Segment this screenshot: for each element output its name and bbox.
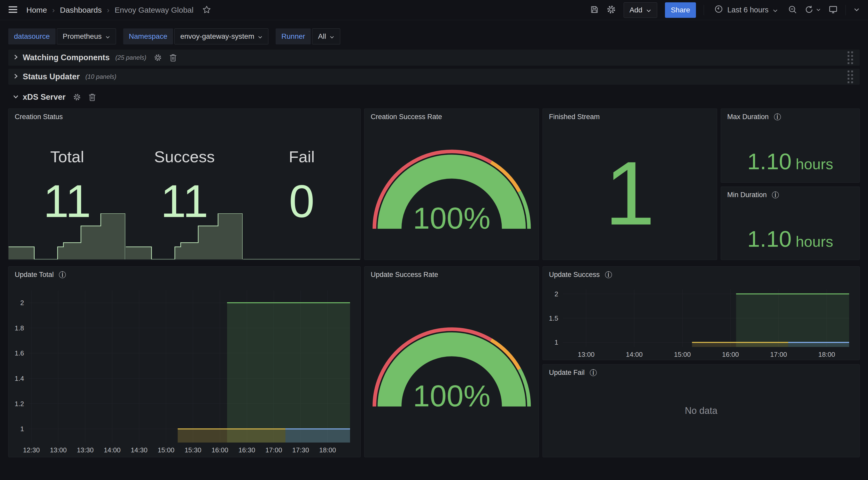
- stat-finished-stream: 1: [543, 109, 717, 260]
- chevron-down-icon: [258, 32, 262, 40]
- runner-select[interactable]: All: [312, 28, 340, 44]
- save-dashboard-button[interactable]: [590, 5, 599, 15]
- info-icon[interactable]: [774, 113, 781, 120]
- panel-header[interactable]: Update Total: [15, 271, 66, 279]
- cycle-view-mode-button[interactable]: [829, 5, 838, 15]
- row-drag-handle[interactable]: [847, 52, 853, 64]
- y-axis-tick-label: 2: [555, 290, 558, 298]
- row-xds-server[interactable]: xDS Server: [8, 90, 860, 104]
- variable-runner: Runner All: [276, 28, 340, 44]
- row-panel-count: (10 panels): [85, 73, 116, 80]
- panel-creation-status[interactable]: Creation Status Total 11 Success 11 Fail…: [8, 109, 361, 260]
- runner-label: Runner: [276, 28, 311, 44]
- zoom-out-time-button[interactable]: [788, 5, 797, 15]
- panel-header[interactable]: Finished Stream: [549, 113, 600, 121]
- stat-total: Total 11: [8, 109, 126, 260]
- y-axis-tick-label: 1: [21, 425, 24, 433]
- namespace-select[interactable]: envoy-gateway-system: [175, 28, 269, 44]
- clock-icon: [714, 5, 723, 15]
- breadcrumb-dashboards[interactable]: Dashboards: [60, 6, 102, 14]
- svg-text:100%: 100%: [413, 202, 490, 231]
- navbar-right: Add Share Last 6 hours: [590, 2, 860, 18]
- datasource-select[interactable]: Prometheus: [57, 28, 116, 44]
- x-axis-tick-label: 13:00: [578, 351, 594, 359]
- menu-toggle-button[interactable]: [8, 6, 18, 14]
- panel-update-fail[interactable]: Update Fail No data: [542, 364, 860, 457]
- x-axis-tick-label: 15:00: [158, 446, 175, 454]
- collapse-toolbar-button[interactable]: [854, 7, 860, 12]
- chevron-right-icon: [13, 73, 19, 80]
- plot-area[interactable]: 11.21.41.61.8212:3013:0013:3014:0014:301…: [29, 290, 350, 443]
- panel-title-text: Max Duration: [727, 113, 769, 121]
- panel-creation-success-rate[interactable]: Creation Success Rate 100%: [364, 109, 539, 260]
- row-settings-button[interactable]: [73, 93, 81, 101]
- panel-max-duration[interactable]: Max Duration 1.10 hours: [721, 109, 860, 183]
- y-axis-tick-label: 1.6: [15, 349, 24, 357]
- x-axis-tick-label: 13:30: [77, 446, 94, 454]
- panel-title-text: Creation Status: [15, 113, 63, 121]
- breadcrumb-current-dashboard[interactable]: Envoy Gateway Global: [115, 6, 193, 14]
- variable-namespace: Namespace envoy-gateway-system: [123, 28, 269, 44]
- panel-title-text: Finished Stream: [549, 113, 600, 121]
- info-icon[interactable]: [772, 191, 779, 199]
- stat-label: Total: [51, 148, 84, 166]
- stat-group: Total 11 Success 11 Fail 0: [8, 109, 361, 260]
- chevron-down-icon: [646, 6, 651, 14]
- timeseries-update-success[interactable]: 11.5213:0014:0015:0016:0017:0018:00: [549, 289, 855, 358]
- x-axis-tick-label: 15:00: [674, 351, 691, 359]
- row-drag-handle[interactable]: [847, 70, 853, 83]
- panel-update-total[interactable]: Update Total 11.21.41.61.8212:3013:0013:…: [8, 266, 361, 457]
- info-icon[interactable]: [590, 369, 597, 376]
- panel-header[interactable]: Update Fail: [549, 369, 597, 377]
- save-icon: [590, 5, 599, 15]
- panel-update-success-rate[interactable]: Update Success Rate 100%: [364, 266, 539, 457]
- info-icon[interactable]: [59, 271, 66, 278]
- panel-finished-stream[interactable]: Finished Stream 1: [542, 109, 717, 260]
- row-settings-button[interactable]: [154, 54, 162, 61]
- panel-header[interactable]: Max Duration: [727, 113, 781, 121]
- panel-min-duration[interactable]: Min Duration 1.10 hours: [721, 186, 860, 260]
- refresh-button[interactable]: [805, 5, 821, 15]
- datasource-label: datasource: [8, 28, 56, 44]
- panel-header[interactable]: Min Duration: [727, 191, 779, 199]
- panel-update-success[interactable]: Update Success 11.5213:0014:0015:0016:00…: [542, 266, 860, 360]
- dashboard-settings-button[interactable]: [607, 5, 616, 15]
- panel-title-text: Update Total: [15, 271, 54, 279]
- navbar-left: Home › Dashboards › Envoy Gateway Global: [8, 5, 211, 15]
- panel-header[interactable]: Creation Success Rate: [371, 113, 442, 121]
- x-axis-tick-label: 16:30: [239, 446, 255, 454]
- time-range-picker[interactable]: Last 6 hours: [712, 2, 780, 18]
- share-button[interactable]: Share: [665, 2, 696, 18]
- stat-fail: Fail 0: [243, 109, 361, 260]
- chevron-down-icon: [105, 32, 110, 40]
- panel-title-text: Update Success: [549, 271, 600, 279]
- favorite-star-button[interactable]: [202, 5, 211, 15]
- row-title: Status Updater: [23, 72, 80, 81]
- share-button-label: Share: [671, 6, 690, 14]
- row-delete-button[interactable]: [169, 54, 177, 61]
- panel-header[interactable]: Creation Status: [15, 113, 63, 121]
- breadcrumb-home[interactable]: Home: [26, 6, 47, 14]
- info-icon[interactable]: [605, 271, 612, 278]
- hamburger-icon: [8, 6, 18, 14]
- timeseries-update-total[interactable]: 11.21.41.61.8212:3013:0013:3014:0014:301…: [15, 290, 356, 455]
- add-button[interactable]: Add: [624, 2, 657, 18]
- monitor-icon: [829, 5, 838, 15]
- x-axis-tick-label: 17:00: [770, 351, 787, 359]
- x-axis-tick-label: 13:00: [50, 446, 67, 454]
- time-range-label: Last 6 hours: [727, 6, 769, 14]
- variables-bar: datasource Prometheus Namespace envoy-ga…: [8, 28, 340, 44]
- y-axis-tick-label: 1.2: [15, 400, 24, 408]
- top-navbar: Home › Dashboards › Envoy Gateway Global: [0, 0, 868, 20]
- panel-header[interactable]: Update Success: [549, 271, 612, 279]
- row-status-updater[interactable]: Status Updater (10 panels): [8, 69, 860, 85]
- chevron-down-icon: [854, 7, 860, 12]
- row-delete-button[interactable]: [89, 93, 96, 101]
- star-icon: [202, 5, 211, 15]
- row-watching-components[interactable]: Watching Components (25 panels): [8, 50, 860, 66]
- plot-area[interactable]: 11.5213:0014:0015:0016:0017:0018:00: [563, 289, 849, 347]
- panel-header[interactable]: Update Success Rate: [371, 271, 438, 279]
- x-axis-tick-label: 15:30: [184, 446, 201, 454]
- chevron-right-icon: [13, 54, 19, 61]
- stat-value: 1: [605, 148, 655, 238]
